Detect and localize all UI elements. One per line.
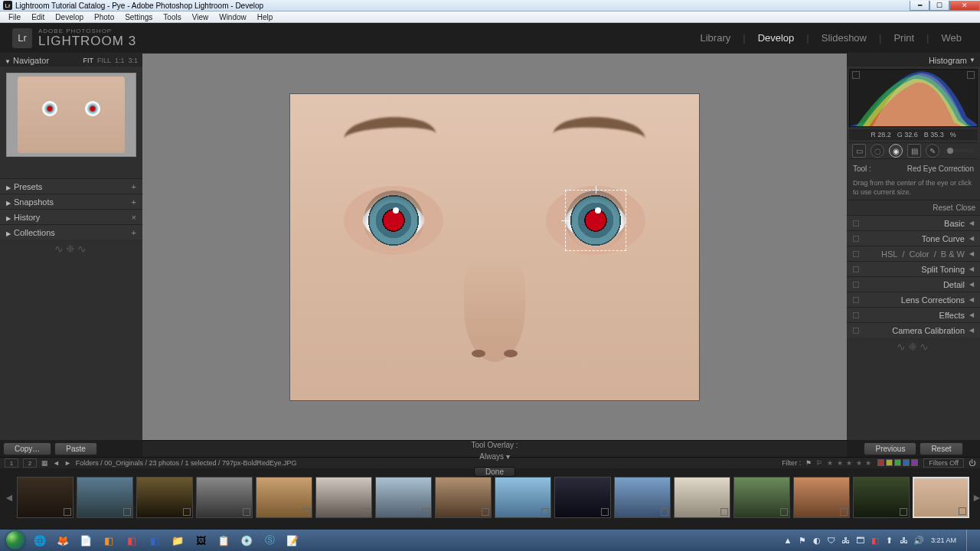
tool-reset-link[interactable]: Reset [933,204,952,212]
filmstrip-scroll-right-icon[interactable]: ► [972,476,980,519]
zoom-1-1[interactable]: 1:1 [115,57,125,64]
window-maximize-button[interactable]: ☐ [929,1,949,11]
section-effects[interactable]: Effects◀ [847,307,980,322]
filmstrip-thumb[interactable] [435,477,492,518]
filmstrip-thumb[interactable] [77,477,133,518]
menu-help[interactable]: Help [252,13,279,21]
filmstrip-thumb[interactable] [853,477,910,518]
grid-icon[interactable]: ▦ [41,459,48,467]
color-label-filter[interactable] [877,459,919,468]
tray-volume-icon[interactable]: 🔊 [913,535,924,546]
menu-edit[interactable]: Edit [26,13,50,21]
spot-tool-icon[interactable]: ◌ [871,144,884,158]
flag-reject-icon[interactable]: ⚐ [816,459,822,467]
history-clear-icon[interactable]: × [132,213,136,222]
menu-tools[interactable]: Tools [158,13,186,21]
second-window-2-button[interactable]: 2 [23,458,37,468]
filmstrip-thumb[interactable] [495,477,551,518]
section-split-toning[interactable]: Split Toning◀ [847,261,980,276]
filmstrip-thumb[interactable] [256,477,312,518]
tray-icon[interactable]: 🛡 [826,535,837,546]
tool-size-slider[interactable] [944,149,975,152]
filters-off-dropdown[interactable]: Filters Off [923,458,964,468]
filter-lock-icon[interactable]: ⏻ [969,459,975,467]
section-hsl[interactable]: HSL/Color/B & W◀ [847,246,980,261]
module-web[interactable]: Web [936,32,969,44]
menu-develop[interactable]: Develop [50,13,89,21]
tray-icon[interactable]: ◐ [812,535,822,546]
brush-tool-icon[interactable]: ✎ [926,144,939,158]
taskbar-app-icon[interactable]: 📋 [213,532,234,549]
module-library[interactable]: Library [694,32,737,44]
menu-settings[interactable]: Settings [119,13,158,21]
gradient-tool-icon[interactable]: ▤ [907,144,921,158]
navigator-header[interactable]: ▼ Navigator FIT FILL 1:1 3:1 [0,54,142,67]
taskbar-app-icon[interactable]: ◧ [144,532,165,549]
module-develop[interactable]: Develop [752,32,801,44]
zoom-fill[interactable]: FILL [97,57,111,64]
section-basic[interactable]: Basic◀ [847,215,980,230]
filmstrip-thumb[interactable] [674,477,730,518]
tray-icon[interactable]: 🗔 [855,535,866,546]
filmstrip-thumb[interactable] [17,477,74,518]
breadcrumb[interactable]: Folders / 00_Originals / 23 photos / 1 s… [76,459,777,467]
zoom-fit[interactable]: FIT [83,57,93,64]
tray-clock[interactable]: 3:21 AM [928,537,959,544]
show-desktop-button[interactable] [966,530,974,551]
taskbar-skype-icon[interactable]: Ⓢ [259,532,280,549]
nav-fwd-icon[interactable]: ► [64,459,71,467]
taskbar-firefox-icon[interactable]: 🦊 [52,532,74,549]
taskbar-chrome-icon[interactable]: 🌐 [29,532,51,549]
filmstrip-thumb[interactable] [733,477,790,518]
crop-tool-icon[interactable]: ▭ [852,144,866,158]
section-tone-curve[interactable]: Tone Curve◀ [847,230,980,246]
section-lens-corrections[interactable]: Lens Corrections◀ [847,292,980,307]
histogram-header[interactable]: Histogram ▼ [847,54,980,67]
tray-icon[interactable]: ⬆ [884,535,895,546]
flag-pick-icon[interactable]: ⚑ [805,459,812,467]
module-print[interactable]: Print [887,32,920,44]
menu-window[interactable]: Window [214,13,252,21]
section-detail[interactable]: Detail◀ [847,276,980,292]
menu-photo[interactable]: Photo [89,13,119,21]
image-canvas[interactable] [142,54,847,440]
tray-network-icon[interactable]: 🖧 [899,535,910,546]
done-button[interactable]: Done [474,467,515,477]
tool-close-link[interactable]: Close [956,204,975,212]
panel-history[interactable]: ▶History × [0,209,142,224]
navigator-thumbnail[interactable] [6,73,136,157]
nav-back-icon[interactable]: ◄ [53,459,60,467]
collections-add-icon[interactable]: + [132,228,136,237]
previous-button[interactable]: Previous [864,442,916,455]
filmstrip-thumb[interactable] [793,477,850,518]
tray-overflow-icon[interactable]: ▲ [782,535,793,546]
section-camera-calibration[interactable]: Camera Calibration◀ [847,322,980,337]
menu-file[interactable]: File [3,13,26,21]
menu-view[interactable]: View [187,13,214,21]
taskbar-app-icon[interactable]: ◧ [98,532,119,549]
taskbar-app-icon[interactable]: 💿 [236,532,257,549]
start-button[interactable] [3,530,28,551]
window-close-button[interactable]: ✕ [949,1,980,11]
paste-button[interactable]: Paste [54,442,97,455]
window-minimize-button[interactable]: ━ [910,1,929,11]
second-window-1-button[interactable]: 1 [5,458,18,468]
panel-snapshots[interactable]: ▶Snapshots + [0,194,142,209]
redeye-tool-icon[interactable]: ◉ [889,144,903,158]
reset-button[interactable]: Reset [920,442,962,455]
filmstrip-thumb[interactable] [315,477,372,518]
module-slideshow[interactable]: Slideshow [815,32,873,44]
panel-collections[interactable]: ▶Collections + [0,224,142,240]
snapshots-add-icon[interactable]: + [132,197,136,207]
copy-button[interactable]: Copy… [3,442,51,455]
tray-icon[interactable]: ⚑ [797,535,808,546]
rating-filter[interactable]: ★ ★ ★ ★ ★ [827,459,872,467]
taskbar-explorer-icon[interactable]: 📁 [167,532,188,549]
taskbar-app-icon[interactable]: 📄 [75,532,96,549]
taskbar-app-icon[interactable]: 🖼 [190,532,211,549]
taskbar-app-icon[interactable]: ◧ [121,532,142,549]
filmstrip-thumb[interactable] [196,477,253,518]
zoom-3-1[interactable]: 3:1 [128,57,138,64]
filmstrip-thumb[interactable] [375,477,432,518]
tray-icon[interactable]: ◧ [870,535,880,546]
